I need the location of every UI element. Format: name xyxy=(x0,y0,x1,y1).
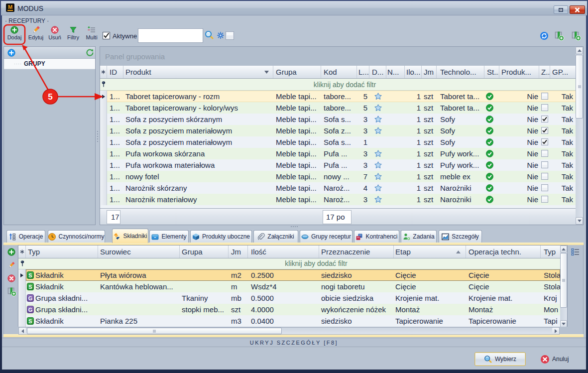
filtry-button[interactable]: Filtry xyxy=(64,26,83,45)
component-row[interactable]: S Składnik Pianka 225 m3 0.0400 siedzisk… xyxy=(18,315,560,327)
product-row[interactable]: 1... Sofa z poszyciem skórzanym Meble ta… xyxy=(100,114,576,125)
scroll-thumb[interactable] xyxy=(560,253,567,308)
refresh-groups-button[interactable] xyxy=(86,48,94,57)
refresh-button[interactable] xyxy=(540,32,548,40)
column-header-kod[interactable]: Kod xyxy=(321,66,357,78)
search-button[interactable] xyxy=(205,30,214,39)
components-filter-row[interactable]: kliknij aby dodać filtr xyxy=(18,258,560,269)
product-row[interactable]: 1... Pufa workowa skórzana Meble tapi...… xyxy=(100,148,576,159)
cell-st xyxy=(484,91,499,102)
column-header-id[interactable]: ID xyxy=(107,66,123,78)
search-input[interactable] xyxy=(138,28,203,43)
component-row[interactable]: G Grupa składni... stopki meb... szt 4.0… xyxy=(18,304,560,315)
scroll-up-button[interactable] xyxy=(560,246,567,252)
row-indicator xyxy=(100,91,107,102)
anuluj-button[interactable]: Anuluj xyxy=(541,353,569,365)
tab-sk-adniki[interactable]: Składniki xyxy=(112,229,148,243)
edytuj-button[interactable]: Edytuj xyxy=(26,26,46,45)
tab-zadania[interactable]: Zadania xyxy=(401,230,437,243)
column-header-n[interactable]: N... xyxy=(386,66,405,78)
product-row[interactable]: 1... Sofa z poszyciem materiałowym Meble… xyxy=(100,125,576,136)
column-header-jm[interactable]: Jm xyxy=(422,66,437,78)
column-header-gp[interactable]: GP... xyxy=(550,66,576,78)
column-header-jm[interactable]: Jm xyxy=(229,246,248,258)
column-header-produkcja[interactable]: Produk... xyxy=(499,66,539,78)
group-by-panel[interactable]: Panel grupowania xyxy=(100,47,576,66)
component-row[interactable]: G Grupa składni... Tkaniny mb 0.5000 obi… xyxy=(18,292,560,304)
tab-kontrahenci[interactable]: Kontrahenci xyxy=(354,230,399,243)
column-header-surowiec[interactable]: Surowiec xyxy=(98,246,180,258)
tab-grupy-receptur[interactable]: Grupy receptur xyxy=(300,230,353,243)
scroll-down-button[interactable] xyxy=(560,320,567,327)
products-vscrollbar[interactable] xyxy=(576,47,583,225)
tab-operacje[interactable]: Operacje xyxy=(6,230,45,243)
component-row[interactable]: S Składnik Kantówka heblowan... m Wsdz*4… xyxy=(18,281,560,292)
product-row[interactable]: 1... nowy fotel Meble tapi... nowy ... 7… xyxy=(100,171,576,182)
tab-elementy[interactable]: Elementy xyxy=(149,230,189,243)
cell-surowiec: Kantówka heblowan... xyxy=(98,281,180,292)
product-row[interactable]: 1... Pufa workowa materiałowa Meble tapi… xyxy=(100,159,576,171)
column-header-typ2[interactable]: Typ xyxy=(541,246,560,258)
column-header-przeznaczenie[interactable]: Przeznaczenie xyxy=(319,246,394,258)
hide-details-bar[interactable]: UKRYJ SZCZEGÓŁY [F8] xyxy=(2,338,586,347)
horizontal-splitter[interactable] xyxy=(291,226,298,227)
close-button[interactable] xyxy=(570,5,585,14)
column-header-ilosc[interactable]: Ilość xyxy=(248,246,319,258)
tab-produkty-uboczne[interactable]: Produkty uboczne xyxy=(190,230,252,243)
product-row[interactable]: 1... Taboret tapicerowany - rozm Meble t… xyxy=(100,91,576,102)
vertical-splitter[interactable] xyxy=(96,46,100,225)
column-header-grupa[interactable]: Grupa xyxy=(273,66,321,78)
cell-produkcja: Nie xyxy=(499,171,539,182)
column-header-st[interactable]: St... xyxy=(484,66,499,78)
tab-za-czniki[interactable]: Załączniki xyxy=(253,230,298,243)
detail-columns-button[interactable] xyxy=(7,287,16,296)
restore-icon xyxy=(559,8,563,12)
product-row[interactable]: 1... Narożnik skórzany Meble tapi... Nar… xyxy=(100,182,576,194)
scroll-up-button[interactable] xyxy=(576,47,583,54)
scroll-right-button[interactable] xyxy=(552,328,559,334)
components-hscrollbar[interactable] xyxy=(18,327,560,335)
column-header-grupa[interactable]: Grupa xyxy=(180,246,229,258)
column-header-operacja[interactable]: Operacja techn. xyxy=(466,246,541,258)
column-header-etap[interactable]: Etap xyxy=(394,246,466,258)
products-filter-row[interactable]: kliknij aby dodać filtr xyxy=(100,79,576,91)
product-row[interactable]: 1... Narożnik materiałowy Meble tapi... … xyxy=(100,194,576,205)
column-header-produkt[interactable]: Produkt xyxy=(123,66,273,78)
filter-dropdown-icon[interactable] xyxy=(264,71,269,74)
aktywne-checkbox[interactable] xyxy=(103,32,111,40)
tab-szczeg-y[interactable]: Szczegóły xyxy=(439,230,482,243)
scroll-left-button[interactable] xyxy=(19,328,26,334)
usun-button[interactable]: Usuń xyxy=(46,26,63,45)
insert-column-right-button[interactable] xyxy=(572,31,581,41)
detail-customize-button[interactable] xyxy=(571,248,580,256)
cell-typ2: Tapi xyxy=(541,315,560,327)
components-vscrollbar[interactable] xyxy=(560,246,567,327)
add-group-button[interactable] xyxy=(7,49,15,57)
column-header-technologia[interactable]: Technolo... xyxy=(437,66,484,78)
restore-button[interactable] xyxy=(554,5,568,14)
scroll-thumb[interactable] xyxy=(576,55,583,119)
cell-d xyxy=(369,148,386,159)
multi-button[interactable]: Multi xyxy=(83,26,101,45)
wybierz-button[interactable]: Wybierz xyxy=(474,352,526,366)
product-row[interactable]: 1... Taboret tapicerowany - kolory/wys M… xyxy=(100,102,576,114)
tab-czynno-ci-normy[interactable]: Czynności/normy xyxy=(48,230,105,243)
insert-column-left-button[interactable] xyxy=(555,31,564,41)
secondary-checkbox[interactable] xyxy=(226,31,234,40)
scroll-thumb[interactable] xyxy=(27,328,282,334)
tree-item-grupy[interactable]: ···· GRUPY xyxy=(4,59,95,69)
detail-delete-button[interactable] xyxy=(7,274,15,282)
column-header-l[interactable]: L... xyxy=(357,66,369,78)
cell-ilo: 1 xyxy=(405,136,422,148)
column-header-typ[interactable]: Typ xyxy=(26,246,98,258)
column-header-ilo[interactable]: Ilo... xyxy=(405,66,422,78)
component-row[interactable]: S Składnik Płyta wiórowa m2 0.2500 siedz… xyxy=(18,269,560,281)
detail-add-button[interactable] xyxy=(7,248,15,256)
detail-edit-button[interactable] xyxy=(7,261,15,269)
column-header-d[interactable]: D... xyxy=(369,66,386,78)
product-row[interactable]: 1... Sofa z poszyciem materiałowym Meble… xyxy=(100,136,576,148)
scroll-down-button[interactable] xyxy=(576,217,583,225)
dodaj-button[interactable]: Dodaj xyxy=(4,26,25,45)
search-settings-button[interactable] xyxy=(217,31,225,39)
column-header-z[interactable]: Z... xyxy=(539,66,550,78)
